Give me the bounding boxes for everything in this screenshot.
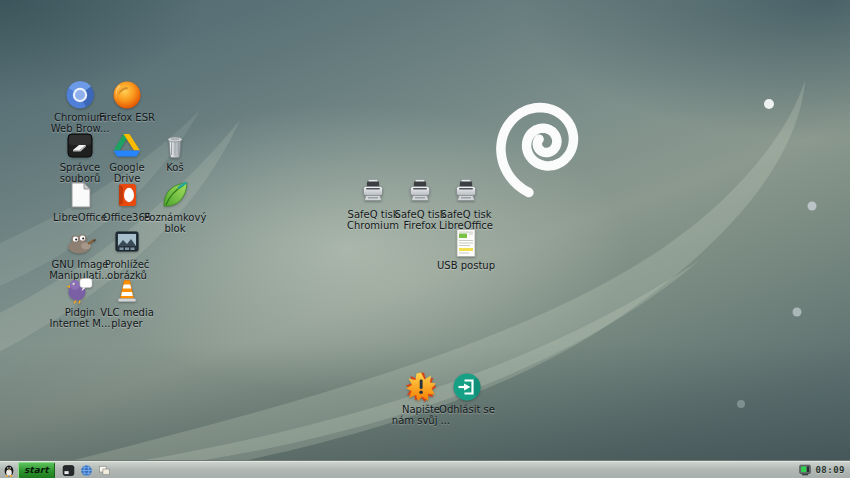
taskbar-clock: 08:09 bbox=[814, 465, 848, 475]
desktop-icon-logout[interactable]: Odhlásit se bbox=[433, 371, 501, 415]
desktop-icon-usb-postup[interactable]: USB postup bbox=[432, 227, 500, 271]
desktop-icon-trash[interactable]: Koš bbox=[141, 129, 209, 173]
desktop-icon-label: USB postup bbox=[437, 260, 495, 271]
pidgin-icon bbox=[64, 274, 96, 306]
desktop-icon-label: Firefox ESR bbox=[99, 112, 155, 123]
logout-icon bbox=[451, 371, 483, 403]
quick-launch-terminal[interactable] bbox=[61, 463, 76, 478]
trash-icon bbox=[159, 129, 191, 161]
desktop-icon-label: Odhlásit se bbox=[439, 404, 495, 415]
firefox-icon bbox=[111, 79, 143, 111]
gimp-icon bbox=[64, 226, 96, 258]
quick-launch-window-list[interactable] bbox=[97, 463, 112, 478]
start-button[interactable]: start bbox=[18, 462, 55, 478]
printer-icon bbox=[357, 176, 389, 208]
libreoffice-icon bbox=[64, 179, 96, 211]
image-viewer-icon bbox=[111, 226, 143, 258]
file-manager-icon bbox=[64, 129, 96, 161]
office365-icon bbox=[111, 179, 143, 211]
taskbar: start 08:09 bbox=[0, 461, 850, 478]
terminal-icon bbox=[62, 464, 75, 477]
desktop-icon-label: Koš bbox=[166, 162, 183, 173]
notes-leaf-icon bbox=[159, 179, 191, 211]
desktop-screen: Chromium Web Brow... Firefox ESR Správce… bbox=[0, 0, 850, 478]
windows-icon bbox=[98, 464, 111, 477]
document-icon bbox=[450, 227, 482, 259]
monitor-tray-icon bbox=[798, 463, 812, 477]
desktop-icon-label: VLC media player bbox=[100, 307, 154, 329]
printer-icon bbox=[450, 176, 482, 208]
desktop-icon-grid: Chromium Web Brow... Firefox ESR Správce… bbox=[0, 0, 850, 461]
quick-launch bbox=[61, 463, 112, 478]
google-drive-icon bbox=[111, 129, 143, 161]
desktop-icon-safeq-libreoffice[interactable]: SafeQ tisk LibreOffice bbox=[432, 176, 500, 231]
start-button-label: start bbox=[24, 465, 48, 475]
vlc-icon bbox=[111, 274, 143, 306]
desktop-icon-firefox-esr[interactable]: Firefox ESR bbox=[93, 79, 161, 123]
quick-launch-web-browser[interactable] bbox=[79, 463, 94, 478]
tray-monitor[interactable] bbox=[797, 463, 812, 478]
globe-icon bbox=[80, 464, 93, 477]
tux-icon bbox=[2, 463, 16, 477]
chromium-icon bbox=[64, 79, 96, 111]
desktop-icon-vlc[interactable]: VLC media player bbox=[93, 274, 161, 329]
